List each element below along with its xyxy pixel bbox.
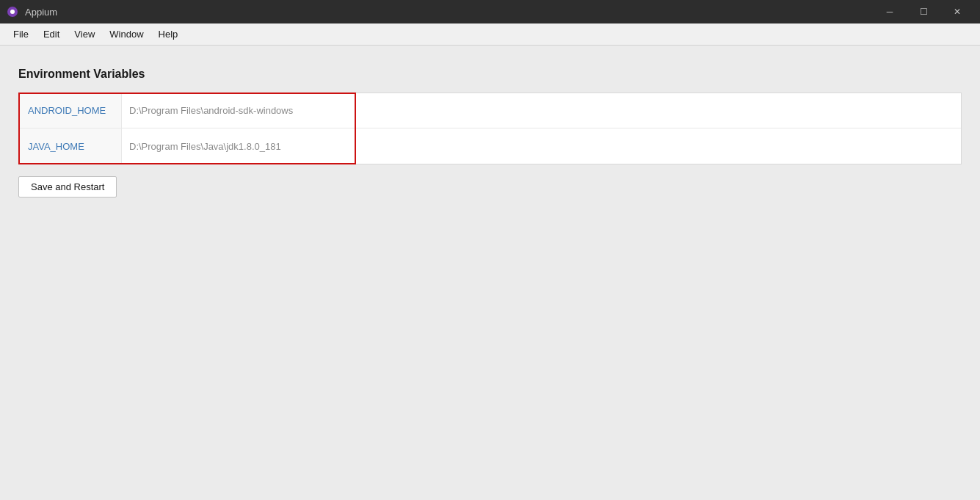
close-button[interactable]: ✕ [940,0,974,23]
main-content: Environment Variables ANDROID_HOME JAVA_… [0,46,980,500]
section-title: Environment Variables [18,68,962,81]
menu-item-file[interactable]: File [6,26,36,43]
svg-point-1 [10,10,15,14]
env-table: ANDROID_HOME JAVA_HOME [18,93,962,164]
title-bar-left: Appium [6,5,57,18]
menu-item-view[interactable]: View [67,26,102,43]
title-bar: Appium ─ ☐ ✕ [0,0,980,23]
env-value-java-home[interactable] [122,128,961,164]
env-input-android-home[interactable] [129,105,954,116]
env-input-java-home[interactable] [129,141,954,152]
menu-item-help[interactable]: Help [151,26,186,43]
menu-item-edit[interactable]: Edit [36,26,67,43]
env-section: ANDROID_HOME JAVA_HOME [18,93,962,164]
app-icon [6,5,19,18]
env-key-android-home: ANDROID_HOME [19,93,122,128]
window-controls: ─ ☐ ✕ [873,0,974,23]
table-row: ANDROID_HOME [19,93,961,128]
save-restart-button[interactable]: Save and Restart [18,176,117,198]
maximize-button[interactable]: ☐ [907,0,940,23]
env-key-java-home: JAVA_HOME [19,128,122,164]
menu-item-window[interactable]: Window [102,26,150,43]
env-value-android-home[interactable] [122,93,961,128]
minimize-button[interactable]: ─ [873,0,907,23]
table-row: JAVA_HOME [19,128,961,164]
app-title: Appium [25,7,57,18]
menu-bar: File Edit View Window Help [0,23,980,46]
